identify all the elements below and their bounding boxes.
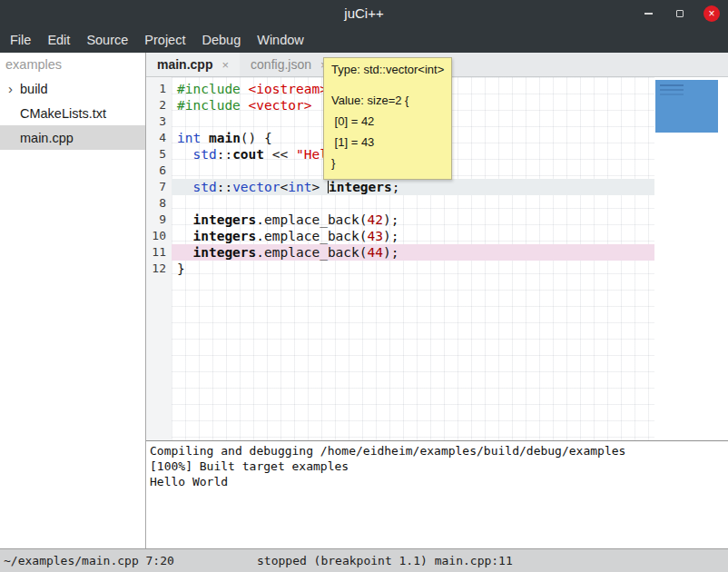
main-area: main.cpp×config.json× 123456789101112 #i… [146,53,728,548]
chevron-right-icon[interactable]: › [5,81,15,96]
terminal-line: [100%] Built target examples [150,459,724,474]
code-token: :: [217,180,232,194]
line-number-3[interactable]: 3 [146,113,172,130]
menu-source[interactable]: Source [78,29,136,51]
tooltip-type-line: Type: std::vector<int> [331,62,444,77]
sidebar-item-main-cpp[interactable]: main.cpp [0,125,145,150]
code-token: ); [383,212,398,227]
code-token: ); [383,229,398,243]
code-token: integers [192,212,256,227]
sidebar-item-label: build [20,82,48,96]
gutter: 123456789101112 [146,77,172,440]
code-token: < [280,180,289,194]
line-number-10[interactable]: 10 [146,228,172,244]
minimize-icon [644,13,653,15]
line-number-1[interactable]: 1 [146,81,172,97]
line-number-8[interactable]: 8 [146,195,172,212]
close-button[interactable]: × [703,5,720,22]
app-window: juCi++ × FileEditSourceProjectDebugWindo… [0,0,728,572]
window-controls: × [640,0,720,27]
code-token: :: [217,147,232,162]
line-number-11[interactable]: 11 [146,244,172,261]
code-token: ); [383,245,398,260]
menu-debug[interactable]: Debug [193,29,249,51]
sidebar-item-label: CMakeLists.txt [20,106,106,121]
editor-right-margin [654,77,728,440]
code-line-8[interactable] [172,195,654,212]
code-token: integers [192,245,256,260]
line-number-9[interactable]: 9 [146,212,172,228]
code-token: ; [392,180,400,194]
restore-icon [676,10,684,17]
minimap[interactable] [655,80,718,133]
sidebar-item-build[interactable]: ›build [0,76,145,101]
line-number-4[interactable]: 4 [146,130,172,146]
code-token: cout [232,147,264,162]
line-number-2[interactable]: 2 [146,97,172,113]
code-token: int [288,180,311,194]
code-token: vector [232,180,280,194]
window-body: examples ›buildCMakeLists.txtmain.cpp ma… [0,53,728,548]
line-number-6[interactable]: 6 [146,163,172,179]
code-token: std [192,180,216,194]
code-line-7[interactable]: std::vector<int> integers; [172,179,654,195]
code-token: 43 [368,229,383,243]
sidebar-header: examples [0,53,145,76]
sidebar-item-label: main.cpp [20,131,74,145]
code-token: () { [241,131,272,145]
code-token [177,147,192,162]
tab-close-icon[interactable]: × [221,58,229,72]
code-token [177,212,192,227]
line-number-5[interactable]: 5 [146,146,172,163]
status-debug-state: stopped (breakpoint 1.1) main.cpp:11 [257,554,513,567]
code-line-10[interactable]: integers.emplace_back(43); [172,228,654,244]
status-bar: ~/examples/main.cpp 7:20 stopped (breakp… [0,548,728,572]
line-number-12[interactable]: 12 [146,261,172,277]
menu-project[interactable]: Project [136,29,193,51]
code-token: int [177,131,201,145]
code-token: > [311,180,327,194]
code-token: integers [329,180,392,194]
line-number-7[interactable]: 7 [146,179,172,195]
code-token: #include [177,82,249,96]
file-tree: ›buildCMakeLists.txtmain.cpp [0,76,145,150]
sidebar-item-cmakelists-txt[interactable]: CMakeLists.txt [0,101,145,125]
code-token: } [177,261,185,276]
code-token: std [192,147,216,162]
restore-button[interactable] [672,5,688,22]
code-line-11[interactable]: integers.emplace_back(44); [172,244,654,261]
window-title: juCi++ [0,0,728,27]
code-token: #include [177,98,249,113]
menu-edit[interactable]: Edit [39,29,78,51]
tab-label: main.cpp [157,57,212,72]
code-token [177,180,192,194]
code-token: 44 [368,245,383,260]
code-token [177,229,192,243]
debug-value-tooltip: Type: std::vector<int> Value: size=2 { [… [323,57,452,180]
code-token [201,131,209,145]
tab-label: config.json [251,57,311,72]
tab-main-cpp[interactable]: main.cpp× [146,53,240,76]
minimize-button[interactable] [640,5,656,22]
status-file-position: ~/examples/main.cpp 7:20 [4,554,174,567]
terminal-line: Hello World [150,474,724,489]
menu-file[interactable]: File [2,29,39,51]
code-token: <vector> [249,98,312,113]
code-token: << [264,147,296,162]
menu-bar: FileEditSourceProjectDebugWindow [0,27,728,53]
code-token: main [209,131,241,145]
menu-window[interactable]: Window [249,29,312,51]
terminal-line: Compiling and debugging /home/eidheim/ex… [150,443,724,459]
sidebar: examples ›buildCMakeLists.txtmain.cpp [0,53,146,548]
code-token [177,245,192,260]
code-token: .emplace_back( [256,229,367,243]
code-token: integers [192,229,256,243]
code-line-12[interactable]: } [172,261,654,277]
code-token: .emplace_back( [256,245,367,260]
code-line-9[interactable]: integers.emplace_back(42); [172,212,654,228]
tooltip-value-block: Value: size=2 { [0] = 42 [1] = 43 } [331,90,444,173]
close-icon: × [708,8,714,19]
titlebar[interactable]: juCi++ × [0,0,728,27]
terminal-output[interactable]: Compiling and debugging /home/eidheim/ex… [146,440,728,548]
code-token: .emplace_back( [256,212,367,227]
